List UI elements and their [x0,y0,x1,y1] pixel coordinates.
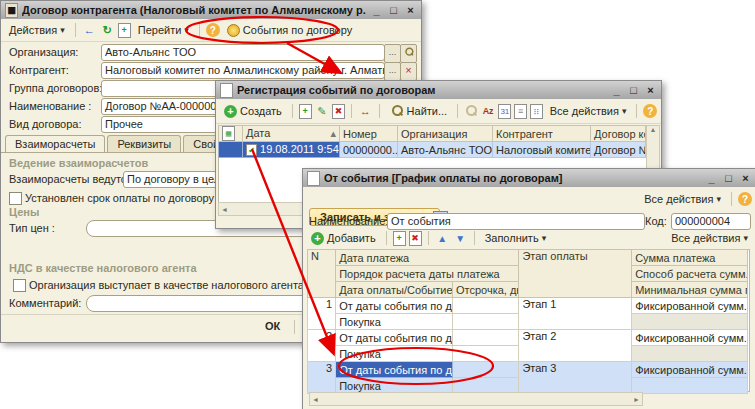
sort-az-icon[interactable]: Аz [481,104,496,118]
delete-row-icon[interactable]: ✖ [409,231,422,246]
column-date[interactable]: Дата ▴ [243,126,340,142]
row-minsum-cell[interactable] [632,346,748,362]
help-icon[interactable]: ? [643,104,657,118]
all-actions-menu[interactable]: Все действия ▾ [546,104,631,118]
contractor-field[interactable]: Налоговый комитет по Алмалинскому району… [101,62,385,79]
scroll-left-icon[interactable]: ◄ [219,206,230,213]
org-ellipsis-button[interactable]: ... [384,44,401,63]
tab-mutual-settlements[interactable]: Взаиморасчеты [5,135,105,152]
schedule-row[interactable]: 2 От даты события по договору Этап 2 Фик… [308,330,748,346]
save-close-icon[interactable]: ← [82,23,97,37]
column-contractor[interactable]: Контрагент [493,126,591,142]
column-contract[interactable]: Договор ко [591,126,646,142]
delete-icon[interactable]: ✖ [332,104,345,119]
all-actions-menu[interactable]: Все действия ▾ [640,192,725,206]
tab-requisites[interactable]: Реквизиты [107,135,181,152]
row-marker-column[interactable]: ▦ [219,126,243,142]
period-icon[interactable]: 31 [498,104,511,119]
row-sum-cell[interactable]: Фиксированной сумм... [632,298,748,314]
column-pay-sum[interactable]: Сумма платежа [632,250,748,266]
row-delay2-cell[interactable] [452,314,518,330]
row-stage-cell[interactable]: Этап 2 [519,330,632,362]
add-row-button[interactable]: + Добавить [307,231,380,246]
row-delay-cell[interactable] [452,298,518,314]
row-delay-cell[interactable] [452,362,518,378]
row-stage-cell[interactable]: Этап 1 [519,298,632,330]
org-search-button[interactable] [400,44,417,63]
row-stage-cell[interactable]: Этап 3 [519,362,632,394]
contractor-clear-button[interactable]: × [400,62,417,81]
vat-checkbox[interactable] [13,279,26,292]
row-minsum-cell[interactable] [632,378,748,394]
row-delay2-cell[interactable] [452,346,518,362]
ok-button[interactable]: ОК [259,319,286,333]
minimize-button[interactable]: _ [370,3,383,17]
event-contract-cell[interactable]: Договор №А [591,142,646,158]
copy-icon[interactable]: + [299,104,312,119]
column-sum-method[interactable]: Способ расчета сумм... [632,266,748,282]
maximize-button[interactable]: □ [387,3,400,17]
copy-new-icon[interactable]: + [118,23,131,38]
column-calc-order[interactable]: Порядок расчета даты платежа [336,266,519,282]
column-number[interactable]: Номер [340,126,398,142]
schedule-code-field[interactable]: 000000004 [671,213,751,230]
org-field[interactable]: Авто-Альянс ТОО [101,44,385,61]
events-by-contract-button[interactable]: События по договору [223,23,356,38]
columns-icon[interactable]: ⁝⁝ [530,104,543,119]
close-button[interactable]: × [644,83,657,97]
minimize-button[interactable]: _ [705,171,718,185]
edit-icon[interactable]: ✎ [315,104,330,118]
row-event-cell[interactable]: От даты события по договору [336,298,453,314]
resize-icon[interactable]: ↔ [358,104,373,118]
column-stage[interactable]: Этап оплаты [519,250,632,298]
move-down-icon[interactable]: ▼ [453,231,468,245]
schedule-row-selected[interactable]: 3 От даты события по договору Этап 3 Фик… [308,362,748,378]
column-date-event[interactable]: Дата оплаты/Событие [336,282,453,298]
event-number-cell[interactable]: 00000000... [340,142,398,158]
column-delay[interactable]: Отсрочка, дней [452,282,518,298]
schedule-row[interactable]: 1 От даты события по договору Этап 1 Фик… [308,298,748,314]
maximize-button[interactable]: □ [722,171,735,185]
close-button[interactable]: × [404,3,417,17]
clear-search-icon[interactable] [464,104,478,118]
fill-menu[interactable]: Заполнить ▾ [481,231,551,245]
scroll-up-icon[interactable]: ▲ [650,126,657,133]
refresh-icon[interactable]: ↻ [100,23,115,37]
help-icon[interactable]: ? [206,23,220,37]
deadline-checkbox[interactable] [9,192,22,205]
scroll-left-icon[interactable]: ◄ [310,396,321,403]
column-min-sum[interactable]: Минимальная сумма пла [632,282,748,298]
row-sum-cell[interactable]: Фиксированной сумм... [632,362,748,378]
contractor-ellipsis-button[interactable]: ... [384,62,401,81]
schedule-titlebar[interactable]: От события [График оплаты по договорам] … [303,169,755,187]
create-button[interactable]: + Создать [220,104,286,119]
events-titlebar[interactable]: Регистрация событий по договорам _ □ × [216,81,661,99]
deadline-checkbox-label[interactable]: Установлен срок оплаты по договору [25,192,214,204]
move-up-icon[interactable]: ▲ [435,231,450,245]
schedule-name-field[interactable]: От события [387,213,645,230]
all-actions-menu[interactable]: Все действия ▾ [667,231,752,245]
event-contractor-cell[interactable]: Налоговый комитет ... [493,142,591,158]
horizontal-scrollbar[interactable]: ◄ ► [309,392,643,406]
row-kind-cell[interactable]: Покупка [336,314,453,330]
minimize-button[interactable]: _ [610,83,623,97]
row-delay-cell[interactable] [452,330,518,346]
row-event-cell-selected[interactable]: От даты события по договору [336,362,453,378]
column-n[interactable]: N [308,250,336,298]
maximize-button[interactable]: □ [627,83,640,97]
find-button[interactable]: Найти... [386,103,452,119]
contract-titlebar[interactable]: ▦ Договор контрагента (Налоговый комитет… [1,1,421,19]
help-icon[interactable]: ? [738,192,752,206]
column-pay-date[interactable]: Дата платежа [336,250,519,266]
close-button[interactable]: × [739,171,752,185]
goto-menu[interactable]: Перейти ▾ [134,23,193,37]
event-org-cell[interactable]: Авто-Альянс ТОО [398,142,493,158]
row-sum-cell[interactable]: Фиксированной сумм... [632,330,748,346]
events-row-selected[interactable]: ✔ 19.08.2011 9:54:51 00000000... Авто-Ал… [219,142,646,158]
actions-menu[interactable]: Действия ▾ [5,23,69,37]
list-view-icon[interactable]: ≡ [514,104,527,119]
event-date-cell[interactable]: ✔ 19.08.2011 9:54:51 [243,142,340,158]
row-minsum-cell[interactable] [632,314,748,330]
copy-row-icon[interactable]: + [393,231,406,246]
scroll-right-icon[interactable]: ► [631,396,642,403]
